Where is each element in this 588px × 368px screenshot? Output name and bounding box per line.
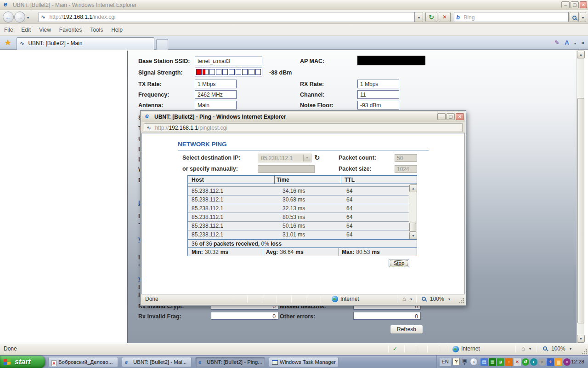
menu-item-help[interactable]: Help (111, 27, 123, 33)
channel-field[interactable]: 11 (357, 90, 399, 99)
scroll-thumb[interactable] (577, 98, 584, 323)
language-indicator[interactable]: EN (440, 358, 451, 366)
protected-mode-icon[interactable]: ⌂ (402, 295, 406, 302)
tab-ubnt-main[interactable]: ∿ UBNT: [Bullet2] - Main (17, 37, 154, 50)
lan-grid-icon[interactable]: ▦ (489, 358, 496, 366)
help-tray-icon[interactable]: ? (452, 358, 460, 365)
menu-items: FileEditViewFavoritesToolsHelp (0, 27, 127, 33)
rx-invalid-frag-field[interactable]: 0 (211, 312, 278, 320)
popup-maximize-button[interactable]: ▢ (447, 113, 455, 120)
other-errors-field[interactable]: 0 (353, 312, 421, 320)
protected-mode-icon[interactable]: ⌂ (521, 345, 525, 352)
restore-button[interactable]: ▢ (571, 1, 579, 8)
reload-ip-list-icon[interactable]: ↻ (314, 154, 320, 162)
tray-collapse-icon[interactable]: ‹ (470, 358, 478, 366)
chevron-down-icon[interactable]: ▾ (570, 347, 571, 351)
table-scrollbar[interactable]: ▲ ▼ (409, 184, 417, 240)
tab-bar: ★ ∿ UBNT: [Bullet2] - Main ✎ A ▾ » (0, 36, 588, 50)
chevron-down-icon[interactable]: ▾ (529, 347, 531, 351)
new-tab-stub[interactable] (156, 39, 168, 50)
signal-cell (196, 69, 202, 75)
ssid-field[interactable]: tenet_izmail3 (195, 57, 262, 65)
back-button[interactable]: ← (3, 12, 14, 23)
recent-pages-icon[interactable]: ▾ (27, 16, 29, 20)
noise-floor-field[interactable]: -93 dBm (357, 101, 399, 109)
minimize-button[interactable]: – (561, 1, 570, 8)
rx-rate-field[interactable]: 1 Mbps (357, 80, 399, 88)
tx-rate-label: TX Rate: (138, 81, 162, 87)
menu-item-file[interactable]: File (4, 27, 13, 33)
table-scroll-down-button[interactable]: ▼ (409, 232, 417, 240)
menu-item-view[interactable]: View (39, 27, 51, 33)
popup-status-bar: Done Internet ⌂ ▾ 100% ▾ (141, 294, 465, 304)
page-scrollbar[interactable]: ▲ ▼ (577, 51, 584, 343)
start-button[interactable]: start (0, 356, 45, 368)
site-favicon: ∿ (147, 125, 151, 131)
forward-button[interactable]: → (14, 12, 25, 23)
taskbar-button-label: UBNT: [Bullet2] - Ping... (207, 359, 262, 365)
messenger-icon[interactable]: ◐ (530, 358, 537, 366)
summary-segment: loss (271, 241, 282, 247)
packets-summary-row: 36 of 36 packets received, 0% loss (188, 239, 417, 247)
ping-time-cell: 31.01 ms (283, 231, 305, 238)
frequency-label: Frequency: (138, 92, 169, 98)
taskbar-button[interactable]: ΛБобровский_Делово... (48, 357, 118, 367)
sync-hands-icon[interactable]: + (547, 358, 554, 366)
disabled-device-icon[interactable]: ✕ (514, 358, 521, 366)
edit-page-icon[interactable]: ✎ (554, 39, 560, 46)
network-connections-icon[interactable]: ▤ (481, 358, 488, 366)
antenna-field[interactable]: Main (195, 101, 237, 109)
popup-zoom-level[interactable]: 100% (430, 296, 444, 302)
popup-close-button[interactable]: ✕ (456, 113, 464, 120)
stop-button[interactable]: ✕ (439, 12, 451, 22)
frequency-field[interactable]: 2462 MHz (195, 90, 237, 99)
destination-ip-value: 85.238.112.1 (261, 155, 293, 161)
popup-zone-label: Internet (340, 296, 359, 302)
download-manager-icon[interactable]: ↕ (505, 358, 513, 366)
table-scroll-up-button[interactable]: ▲ (409, 184, 417, 192)
refresh-button[interactable]: ↻ (425, 12, 437, 22)
search-input[interactable]: b Bing (454, 12, 569, 22)
summary-segment: 0% (261, 241, 271, 247)
stop-ping-button[interactable]: Stop (389, 259, 409, 267)
taskbar-button[interactable]: eUBNT: [Bullet2] - Mai... (122, 357, 192, 367)
scroll-down-button[interactable]: ▼ (577, 335, 585, 343)
scheduler-icon[interactable]: ○ (538, 358, 546, 366)
windows-flag-icon (4, 358, 11, 365)
chevron-down-icon[interactable]: ▾ (574, 41, 576, 46)
search-options-button[interactable]: ▾ (580, 12, 586, 22)
utorrent-icon[interactable]: µ (497, 358, 504, 366)
popup-minimize-button[interactable]: – (437, 113, 446, 120)
chevron-down-icon[interactable]: ▾ (410, 297, 412, 301)
search-button[interactable] (570, 12, 579, 22)
table-scroll-thumb[interactable] (409, 223, 416, 232)
address-bar[interactable]: ∿ http://192.168.1.1/index.cgi (39, 12, 415, 22)
address-dropdown-button[interactable]: ▾ (415, 12, 423, 22)
menu-item-edit[interactable]: Edit (21, 27, 31, 33)
scroll-up-button[interactable]: ▲ (577, 51, 585, 58)
resize-grip[interactable] (586, 353, 587, 354)
zoom-level[interactable]: 100% (551, 345, 565, 352)
taskbar-button[interactable]: Windows Task Manager (269, 357, 339, 367)
ping-time-cell: 32.13 ms (283, 205, 305, 212)
url-prefix: http:// (155, 125, 169, 131)
resize-grip[interactable] (463, 302, 464, 303)
window-arrange-icon[interactable]: ▣▾ (462, 357, 467, 366)
folder-tray-icon[interactable]: ▆ (555, 358, 562, 366)
chevron-down-icon[interactable]: ▾ (448, 297, 450, 301)
favorites-star-icon[interactable]: ★ (5, 38, 11, 47)
font-size-icon[interactable]: A (565, 39, 569, 46)
media-player-icon[interactable]: ○ (563, 358, 571, 366)
taskbar-button[interactable]: eUBNT: [Bullet2] - Ping... (195, 357, 265, 367)
packet-count-field: 50 (395, 154, 417, 162)
zone-label: Internet (461, 345, 480, 352)
more-commands-icon[interactable]: » (581, 40, 584, 46)
page-refresh-button[interactable]: Refresh (390, 325, 423, 334)
close-button[interactable]: ✕ (580, 1, 587, 8)
menu-item-tools[interactable]: Tools (90, 27, 103, 33)
updater-icon[interactable]: ↺ (522, 358, 529, 366)
tx-rate-field[interactable]: 1 Mbps (195, 80, 237, 88)
heading-rule (178, 150, 429, 150)
pdf-icon: Λ (51, 360, 57, 366)
menu-item-favorites[interactable]: Favorites (59, 27, 82, 33)
